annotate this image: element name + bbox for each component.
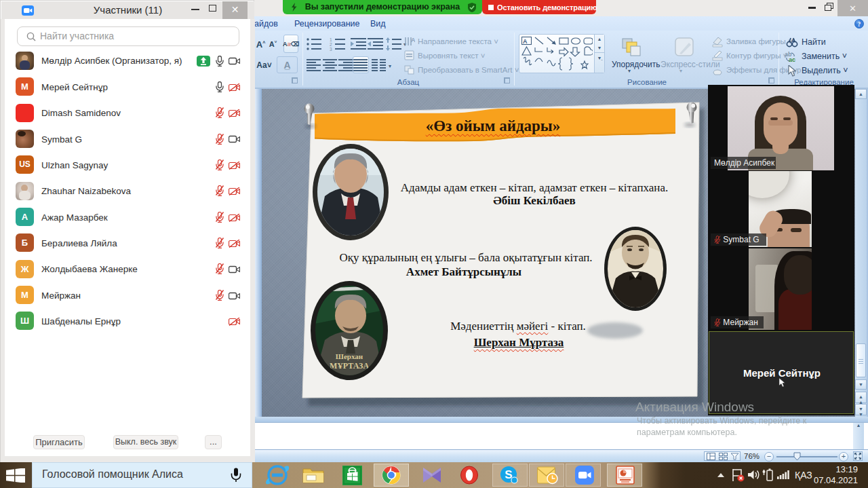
svg-text:2: 2 (330, 42, 332, 47)
svg-text:S: S (505, 468, 512, 481)
svg-text:3: 3 (330, 47, 332, 51)
svg-text:A: A (523, 38, 528, 45)
svg-text:?: ? (858, 20, 861, 28)
svg-text:A: A (411, 37, 415, 43)
svg-text:1: 1 (330, 37, 332, 42)
svg-text:МҰРТАЗА: МҰРТАЗА (330, 361, 370, 371)
svg-text:ac: ac (789, 56, 795, 62)
svg-text:Шерхан: Шерхан (336, 352, 363, 360)
svg-text:A: A (791, 37, 795, 43)
